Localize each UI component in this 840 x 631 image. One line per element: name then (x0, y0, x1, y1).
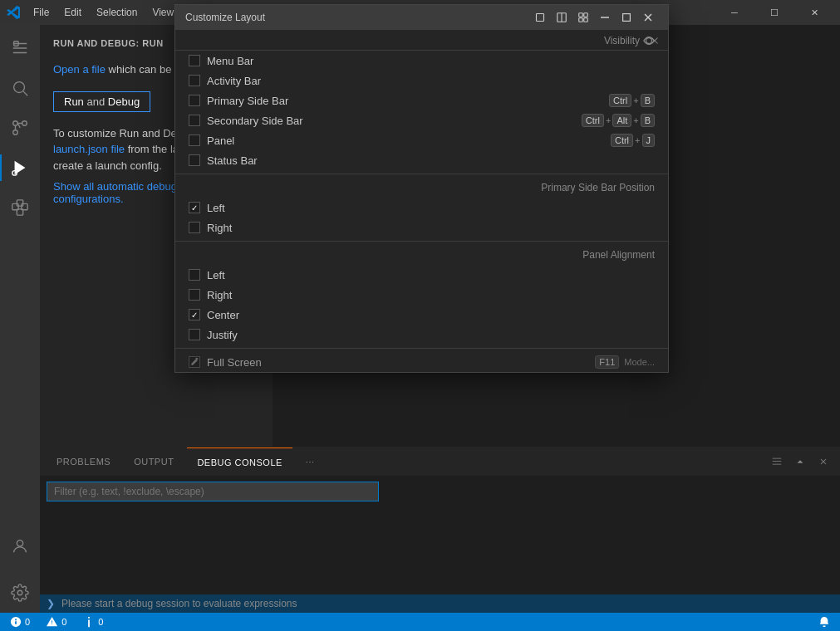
section-divider-1 (175, 174, 668, 174)
debug-prompt-arrow: ❯ (47, 598, 55, 609)
run-debug-button[interactable]: Run and Debug (53, 91, 150, 112)
minimize-button[interactable]: ─ (715, 0, 754, 25)
info-count: 0 (98, 617, 103, 627)
shortcut-secondary-side-bar: Ctrl + Alt + B (582, 114, 655, 127)
svg-point-3 (13, 121, 18, 126)
primary-right-item[interactable]: Right (175, 218, 668, 237)
checkbox-menu-bar (189, 55, 200, 66)
checkbox-fullscreen (189, 356, 200, 368)
visibility-item-secondary-side-bar[interactable]: Secondary Side Bar Ctrl + Alt + B (175, 110, 668, 130)
dialog-close-icon[interactable] (638, 7, 658, 27)
panel-collapse-action[interactable] (790, 452, 810, 472)
menu-selection[interactable]: Selection (90, 5, 144, 20)
open-file-link[interactable]: Open a file (53, 63, 106, 76)
panel-close-action[interactable] (813, 452, 833, 472)
status-bar-left: 0 0 0 (7, 616, 106, 628)
checkbox-panel-left (189, 269, 200, 281)
title-bar-controls: ─ ☐ ✕ (715, 0, 833, 25)
sidebar-item-accounts[interactable] (0, 526, 40, 566)
sidebar-item-settings[interactable] (0, 573, 40, 613)
kbd-b: B (641, 94, 655, 107)
activity-bar (0, 25, 40, 613)
visibility-label: Visibility (604, 35, 655, 46)
debug-prompt-text: Please start a debug session to evaluate… (61, 598, 297, 609)
sidebar-item-run-debug[interactable] (0, 148, 40, 188)
status-errors[interactable]: 0 (7, 616, 33, 628)
run-btn-and: and (86, 95, 105, 108)
svg-point-12 (17, 541, 22, 546)
dialog-title-actions (530, 7, 658, 27)
panel-align-justify-item[interactable]: Justify (175, 325, 668, 345)
section-divider-3 (175, 348, 668, 349)
checkbox-panel-right (189, 289, 200, 301)
fullscreen-item[interactable]: Full Screen F11 Mode... (175, 352, 668, 372)
status-info[interactable]: 0 (80, 616, 106, 628)
svg-marker-6 (15, 161, 26, 175)
menu-file[interactable]: File (27, 5, 56, 20)
section-divider-2 (175, 241, 668, 242)
panel-alignment-header: Panel Alignment (175, 245, 668, 265)
svg-rect-18 (584, 13, 588, 17)
close-button[interactable]: ✕ (795, 0, 833, 25)
shortcut-primary-side-bar: Ctrl + B (609, 94, 655, 107)
dialog-body: Visibility Menu Bar Activity Bar Primary… (175, 30, 668, 372)
run-btn-label: Run (64, 95, 84, 108)
primary-left-item[interactable]: ✓ Left (175, 198, 668, 218)
tab-more[interactable]: ··· (296, 448, 325, 477)
customize-layout-dialog: Customize Layout (174, 4, 669, 373)
label-panel-justify: Justify (207, 329, 655, 341)
label-status-bar: Status Bar (207, 154, 655, 167)
tab-debug-console[interactable]: DEBUG CONSOLE (187, 448, 292, 477)
visibility-item-primary-side-bar[interactable]: Primary Side Bar Ctrl + B (175, 90, 668, 110)
filter-input[interactable] (47, 482, 379, 501)
sidebar-item-explorer[interactable] (0, 28, 40, 68)
svg-rect-14 (537, 14, 544, 22)
svg-line-2 (23, 91, 27, 95)
panel-tabs: PROBLEMS OUTPUT DEBUG CONSOLE ··· (40, 448, 840, 477)
label-primary-side-bar: Primary Side Bar (207, 95, 609, 107)
svg-point-4 (22, 121, 27, 126)
svg-point-5 (13, 130, 18, 135)
dialog-grid-icon[interactable] (573, 7, 593, 27)
panel-align-left-item[interactable]: Left (175, 265, 668, 285)
svg-rect-10 (17, 200, 22, 206)
visibility-item-menu-bar[interactable]: Menu Bar (175, 51, 668, 71)
kbd-ctrl2: Ctrl (582, 114, 604, 127)
panel-list-action[interactable] (767, 452, 787, 472)
visibility-item-panel[interactable]: Panel Ctrl + J (175, 130, 668, 150)
kbd-ctrl: Ctrl (609, 94, 631, 107)
dialog-layout-icon[interactable] (552, 7, 572, 27)
tab-output[interactable]: OUTPUT (124, 448, 184, 477)
kbd-b2: B (641, 114, 655, 127)
dialog-min-icon[interactable] (595, 7, 615, 27)
restore-button[interactable]: ☐ (755, 0, 793, 25)
panel-tab-actions (767, 452, 833, 472)
visibility-header: Visibility (175, 30, 668, 51)
run-btn-debug: Debug (108, 95, 140, 108)
visibility-item-activity-bar[interactable]: Activity Bar (175, 71, 668, 90)
sidebar-item-extensions[interactable] (0, 188, 40, 227)
menu-edit[interactable]: Edit (57, 5, 88, 20)
svg-point-1 (14, 82, 25, 93)
dialog-restore-icon[interactable] (616, 7, 636, 27)
notification-bell[interactable] (815, 616, 833, 628)
filter-input-wrapper (40, 477, 840, 506)
title-bar-menu: File Edit Selection View (27, 5, 180, 20)
checkbox-primary-right (189, 222, 200, 233)
visibility-item-status-bar[interactable]: Status Bar (175, 150, 668, 170)
tab-problems[interactable]: PROBLEMS (47, 448, 120, 477)
panel-align-right-item[interactable]: Right (175, 285, 668, 305)
status-warnings[interactable]: 0 (43, 616, 70, 628)
status-bar: 0 0 0 (0, 613, 840, 631)
configurations-link[interactable]: configurations. (53, 193, 124, 205)
show-all-debug-link[interactable]: Show all automatic debug (53, 180, 177, 193)
dialog-maximize-icon[interactable] (530, 7, 550, 27)
kbd-alt: Alt (612, 114, 631, 127)
sidebar-item-source-control[interactable] (0, 108, 40, 148)
dialog-x-close[interactable] (648, 34, 661, 50)
checkbox-panel-center: ✓ (189, 309, 200, 320)
label-panel-center: Center (207, 309, 655, 321)
sidebar-item-search[interactable] (0, 68, 40, 108)
svg-point-13 (17, 590, 22, 595)
panel-align-center-item[interactable]: ✓ Center (175, 305, 668, 325)
